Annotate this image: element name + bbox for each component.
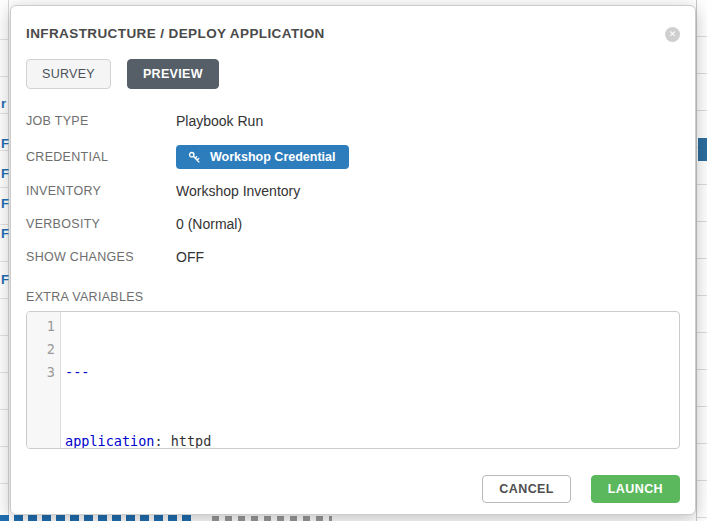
background-text-fragment: F [1, 136, 9, 151]
code-line: --- [65, 361, 679, 384]
launch-button[interactable]: LAUNCH [591, 475, 680, 503]
background-text-fragment: F [1, 166, 9, 181]
job-type-value: Playbook Run [176, 113, 263, 129]
modal-header: INFRASTRUCTURE / DEPLOY APPLICATION ✕ [26, 26, 680, 42]
extra-variables-editor[interactable]: 1 2 3 --- application: httpd [26, 311, 680, 449]
background-text-fragment: r [1, 96, 9, 111]
extra-variables-label: EXTRA VARIABLES [26, 290, 680, 304]
inventory-label: INVENTORY [26, 184, 176, 198]
close-icon[interactable]: ✕ [665, 27, 680, 42]
job-type-label: JOB TYPE [26, 114, 176, 128]
job-details: JOB TYPE Playbook Run CREDENTIAL Worksho… [26, 112, 680, 281]
credential-badge[interactable]: Workshop Credential [176, 145, 349, 169]
code-line: application: httpd [65, 430, 679, 449]
modal-title: INFRASTRUCTURE / DEPLOY APPLICATION [26, 26, 325, 41]
verbosity-value: 0 (Normal) [176, 216, 242, 232]
line-number: 1 [27, 315, 55, 338]
detail-row-credential: CREDENTIAL Workshop Credential [26, 145, 680, 169]
modal-footer: CANCEL LAUNCH [26, 475, 680, 503]
show-changes-label: SHOW CHANGES [26, 250, 176, 264]
editor-code-area[interactable]: --- application: httpd [61, 312, 679, 448]
background-blue-fragment [698, 138, 707, 161]
background-text-fragment: F [1, 272, 9, 287]
tab-survey[interactable]: SURVEY [26, 59, 111, 89]
deploy-application-modal: INFRASTRUCTURE / DEPLOY APPLICATION ✕ SU… [10, 5, 696, 515]
editor-line-numbers: 1 2 3 [27, 312, 61, 448]
background-table-edge-right [696, 0, 707, 521]
tab-preview[interactable]: PREVIEW [127, 59, 219, 89]
line-number: 3 [27, 361, 55, 384]
detail-row-inventory: INVENTORY Workshop Inventory [26, 182, 680, 200]
background-text-fragment: F [1, 226, 9, 241]
background-table-edge-left: r F F F F F [0, 0, 9, 521]
detail-row-verbosity: VERBOSITY 0 (Normal) [26, 215, 680, 233]
cancel-button[interactable]: CANCEL [482, 475, 570, 503]
inventory-value: Workshop Inventory [176, 183, 300, 199]
background-text-fragment-bottom [0, 515, 195, 521]
show-changes-value: OFF [176, 249, 204, 265]
key-icon [188, 151, 201, 164]
credential-label: CREDENTIAL [26, 150, 176, 164]
verbosity-label: VERBOSITY [26, 217, 176, 231]
detail-row-show-changes: SHOW CHANGES OFF [26, 248, 680, 266]
tab-bar: SURVEY PREVIEW [26, 59, 680, 89]
background-text-fragment: F [1, 196, 9, 211]
background-text-fragment-bottom-gray [212, 516, 332, 521]
detail-row-job-type: JOB TYPE Playbook Run [26, 112, 680, 130]
credential-badge-label: Workshop Credential [210, 150, 335, 164]
line-number: 2 [27, 338, 55, 361]
